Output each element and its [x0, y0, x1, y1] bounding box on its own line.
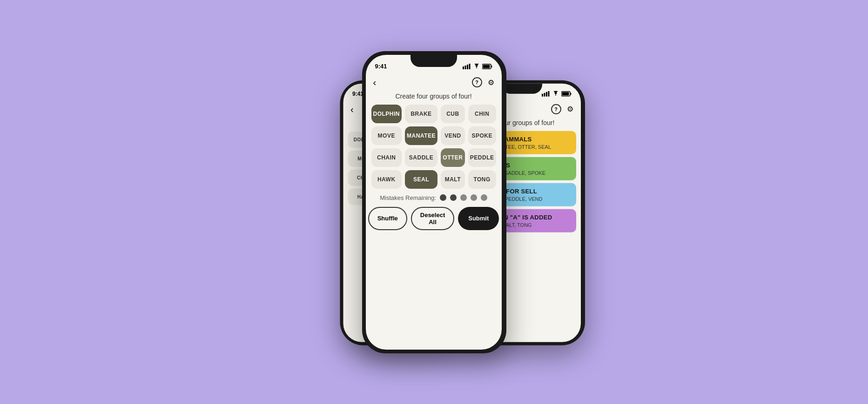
- word-tile-otter[interactable]: OTTER: [441, 148, 465, 167]
- word-tile-tong[interactable]: TONG: [468, 170, 496, 189]
- svg-rect-13: [483, 65, 490, 68]
- center-back-button[interactable]: ‹: [373, 77, 377, 88]
- svg-rect-9: [467, 65, 468, 69]
- center-wifi-icon: [473, 64, 480, 69]
- word-tile-chain[interactable]: CHAIN: [371, 148, 402, 167]
- dot-4: [471, 194, 477, 201]
- center-phone-screen: 9:41 ‹ ? ⚙ Create four groups of four! D…: [366, 55, 502, 350]
- right-status-icons: [542, 91, 572, 97]
- word-tile-move[interactable]: MOVE: [371, 126, 402, 145]
- svg-rect-7: [463, 66, 464, 69]
- word-tile-spoke[interactable]: SPOKE: [468, 126, 496, 145]
- word-tile-hawk[interactable]: HAWK: [371, 170, 402, 189]
- word-tile-chin[interactable]: CHIN: [468, 105, 496, 123]
- svg-rect-8: [464, 66, 466, 69]
- center-nav-icons: ? ⚙: [472, 77, 494, 87]
- svg-rect-3: [548, 91, 549, 97]
- wifi-icon: [552, 91, 559, 97]
- svg-rect-12: [491, 66, 492, 67]
- center-battery-icon: [482, 64, 492, 69]
- center-gear-icon[interactable]: ⚙: [488, 78, 494, 87]
- mistakes-label: Mistakes Remaining:: [380, 194, 436, 201]
- word-tile-malt[interactable]: MALT: [441, 170, 465, 189]
- center-help-icon[interactable]: ?: [472, 77, 482, 87]
- svg-rect-2: [546, 92, 547, 97]
- word-tile-saddle[interactable]: SADDLE: [405, 148, 437, 167]
- center-signal-icon: [463, 64, 471, 69]
- submit-button[interactable]: Submit: [458, 207, 499, 230]
- right-help-icon[interactable]: ?: [551, 104, 561, 114]
- right-nav-icons: ? ⚙: [551, 104, 573, 114]
- svg-rect-5: [570, 93, 571, 95]
- svg-rect-6: [562, 92, 569, 95]
- word-tile-vend[interactable]: VEND: [441, 126, 465, 145]
- left-back-button[interactable]: ‹: [350, 104, 354, 114]
- word-tile-brake[interactable]: BRAKE: [405, 105, 437, 123]
- word-tile-cub[interactable]: CUB: [441, 105, 465, 123]
- center-word-grid: DOLPHINBRAKECUBCHINMOVEMANATEEVENDSPOKEC…: [366, 105, 502, 189]
- battery-icon: [561, 91, 572, 97]
- center-phone: 9:41 ‹ ? ⚙ Create four groups of four! D…: [362, 51, 506, 353]
- svg-rect-1: [544, 93, 545, 97]
- buttons-row: Shuffle Deselect All Submit: [366, 207, 502, 230]
- svg-rect-0: [542, 94, 543, 97]
- right-gear-icon[interactable]: ⚙: [567, 105, 573, 113]
- word-tile-peddle[interactable]: PEDDLE: [468, 148, 496, 167]
- dot-2: [450, 194, 457, 201]
- center-notch: [410, 55, 457, 67]
- word-tile-seal[interactable]: SEAL: [405, 170, 437, 189]
- center-status-icons: [463, 64, 492, 69]
- deselect-all-button[interactable]: Deselect All: [411, 207, 454, 230]
- word-tile-manatee[interactable]: MANATEE: [405, 126, 437, 145]
- dot-1: [440, 194, 446, 201]
- center-nav-bar: ‹ ? ⚙: [366, 75, 502, 90]
- center-subtitle: Create four groups of four!: [366, 90, 502, 105]
- mistakes-row: Mistakes Remaining:: [366, 189, 502, 207]
- svg-rect-10: [469, 64, 470, 69]
- right-notch: [501, 83, 542, 93]
- center-time: 9:41: [375, 63, 387, 70]
- word-tile-dolphin[interactable]: DOLPHIN: [371, 105, 402, 123]
- dot-5: [481, 194, 487, 201]
- signal-icon: [542, 91, 550, 97]
- shuffle-button[interactable]: Shuffle: [368, 207, 407, 230]
- dot-3: [460, 194, 467, 201]
